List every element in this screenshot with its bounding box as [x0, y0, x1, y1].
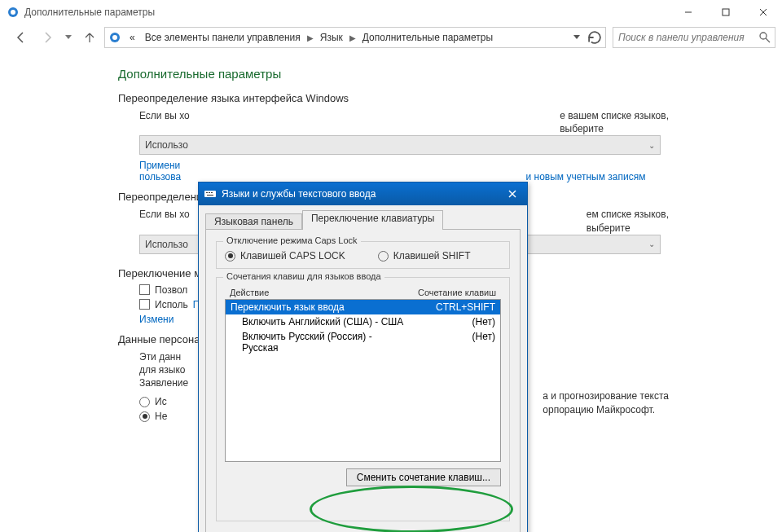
change-shortcut-button[interactable]: Сменить сочетание клавиш...: [346, 468, 501, 486]
section-head-display-lang: Переопределение языка интерфейса Windows: [118, 92, 782, 104]
list-item-shortcut: CTRL+SHIFT: [406, 301, 495, 313]
radio-icon: [225, 251, 235, 262]
back-button[interactable]: [10, 26, 33, 49]
dialog-tab-row: Языковая панель Переключение клавиатуры: [205, 210, 521, 230]
dropdown-value: Использо: [145, 139, 188, 151]
title-controls: [670, 0, 782, 24]
radio-icon: [139, 397, 150, 407]
keyboard-icon: [204, 187, 217, 200]
address-dropdown-icon[interactable]: [568, 28, 586, 47]
radio-label: Клавишей SHIFT: [393, 250, 471, 262]
search-box[interactable]: [613, 27, 775, 48]
control-panel-icon: [7, 6, 20, 19]
group-hotkeys: Сочетания клавиш для языков ввода Действ…: [216, 277, 510, 521]
text-services-dialog: Языки и службы текстового ввода Языковая…: [198, 182, 528, 532]
list-item-action: Переключить язык ввода: [231, 301, 406, 313]
radio-label: Не: [155, 411, 167, 422]
svg-rect-14: [207, 195, 213, 196]
svg-rect-12: [209, 192, 210, 193]
chevron-right-icon: ▶: [349, 33, 356, 42]
svg-rect-10: [204, 191, 216, 197]
control-panel-icon: [108, 31, 121, 44]
close-button[interactable]: [745, 0, 782, 24]
chevron-down-icon: ⌄: [648, 240, 655, 248]
checkbox-icon: [139, 299, 150, 310]
list-item-shortcut: (Нет): [406, 331, 495, 354]
minimize-button[interactable]: [670, 0, 707, 24]
checkbox-label: Позвол: [155, 284, 187, 296]
window-title: Дополнительные параметры: [24, 7, 155, 18]
breadcrumb-item[interactable]: Язык: [315, 30, 348, 45]
tab-language-bar[interactable]: Языковая панель: [205, 213, 302, 230]
list-item[interactable]: Включить Русский (Россия) - Русская (Нет…: [226, 329, 500, 355]
address-bar[interactable]: « Все элементы панели управления ▶ Язык …: [104, 27, 606, 48]
chevron-right-icon: ▶: [307, 33, 314, 42]
section2-text-b: ем списке языков, выберите: [586, 208, 669, 234]
svg-point-7: [112, 35, 117, 40]
window-title-bar: Дополнительные параметры: [0, 0, 782, 24]
page-content: Дополнительные параметры Переопределение…: [0, 54, 782, 532]
radio-icon: [378, 251, 389, 262]
dropdown-value: Использо: [145, 239, 188, 250]
svg-line-9: [766, 38, 770, 42]
list-item[interactable]: Переключить язык ввода CTRL+SHIFT: [226, 300, 500, 314]
page-title: Дополнительные параметры: [118, 67, 782, 81]
nav-bar: « Все элементы панели управления ▶ Язык …: [0, 24, 782, 54]
svg-point-1: [11, 10, 15, 15]
svg-rect-11: [206, 192, 208, 193]
section4-text-right: а и прогнозирование текста орпорацию Май…: [543, 389, 669, 415]
hotkey-list[interactable]: Переключить язык ввода CTRL+SHIFT Включи…: [225, 299, 501, 462]
dialog-body: Языковая панель Переключение клавиатуры …: [199, 205, 527, 532]
dialog-title: Языки и службы текстового ввода: [222, 188, 376, 200]
history-dropdown-icon[interactable]: [62, 26, 75, 49]
change-hotkeys-link[interactable]: Измени: [139, 314, 174, 325]
tab-page-switch: Отключение режима Caps Lock Клавишей CAP…: [205, 229, 521, 532]
breadcrumb-prefix: «: [125, 30, 140, 45]
dialog-close-button[interactable]: [503, 186, 522, 202]
apply-link[interactable]: Примени пользова: [139, 160, 181, 182]
group-capslock: Отключение режима Caps Lock Клавишей CAP…: [216, 241, 510, 269]
svg-rect-13: [211, 192, 213, 193]
hotkey-list-headers: Действие Сочетание клавиш: [225, 286, 501, 299]
tab-switch-keyboard[interactable]: Переключение клавиатуры: [302, 210, 443, 230]
radio-label: Клавишей CAPS LOCK: [240, 250, 345, 262]
breadcrumb-item[interactable]: Все элементы панели управления: [140, 30, 305, 45]
section2-text-a: Если вы хо: [139, 209, 190, 220]
section1-text-a: Если вы хо: [139, 110, 190, 121]
list-item-action: Включить Английский (США) - США: [231, 316, 406, 328]
checkbox-icon: [139, 284, 150, 295]
up-button[interactable]: [78, 26, 101, 49]
section4-text: Эти данн для языко Заявление: [139, 351, 188, 389]
chevron-down-icon: ⌄: [648, 141, 655, 150]
list-item-shortcut: (Нет): [406, 316, 495, 328]
checkbox-label: Исполь: [155, 299, 188, 310]
search-icon: [758, 31, 771, 44]
display-lang-dropdown[interactable]: Использо ⌄: [139, 135, 661, 155]
list-item[interactable]: Включить Английский (США) - США (Нет): [226, 314, 500, 329]
col-shortcut: Сочетание клавиш: [406, 288, 496, 297]
dialog-title-bar: Языки и службы текстового ввода: [199, 182, 527, 205]
radio-caps-capslock[interactable]: Клавишей CAPS LOCK: [225, 250, 345, 262]
radio-icon: [139, 411, 150, 422]
search-input[interactable]: [617, 31, 758, 44]
apply-new-accounts-link[interactable]: и новым учетным записям: [525, 171, 645, 182]
group-label: Отключение режима Caps Lock: [223, 235, 361, 245]
breadcrumb-item[interactable]: Дополнительные параметры: [358, 30, 498, 45]
svg-point-8: [760, 33, 767, 39]
maximize-button[interactable]: [707, 0, 745, 24]
refresh-icon[interactable]: [586, 28, 604, 47]
forward-button[interactable]: [36, 26, 59, 49]
section1-text-b: е вашем списке языков, выберите: [560, 109, 669, 135]
radio-label: Ис: [155, 396, 167, 407]
col-action: Действие: [230, 288, 406, 297]
svg-rect-3: [723, 9, 729, 15]
list-item-action: Включить Русский (Россия) - Русская: [231, 331, 406, 354]
radio-caps-shift[interactable]: Клавишей SHIFT: [378, 250, 471, 262]
group-label: Сочетания клавиш для языков ввода: [223, 271, 384, 281]
